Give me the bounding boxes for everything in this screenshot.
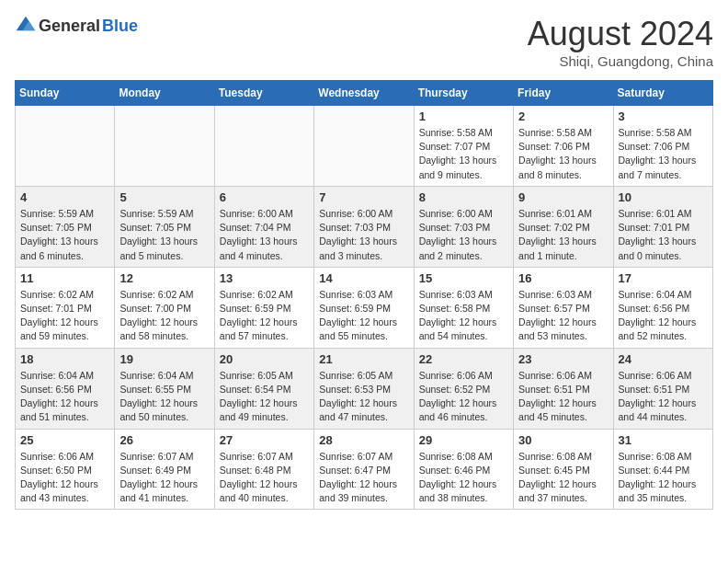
day-number: 28 <box>319 433 408 447</box>
calendar-day-cell: 5Sunrise: 5:59 AMSunset: 7:05 PMDaylight… <box>115 186 214 267</box>
day-number: 11 <box>20 271 109 285</box>
calendar-day-cell: 26Sunrise: 6:07 AMSunset: 6:49 PMDayligh… <box>115 429 214 510</box>
day-number: 19 <box>119 352 209 366</box>
day-info: Sunrise: 6:08 AMSunset: 6:45 PMDaylight:… <box>518 450 608 506</box>
day-info: Sunrise: 6:06 AMSunset: 6:51 PMDaylight:… <box>518 369 608 425</box>
day-info: Sunrise: 5:58 AMSunset: 7:06 PMDaylight:… <box>518 126 608 182</box>
day-number: 31 <box>619 433 708 447</box>
weekday-header-wednesday: Wednesday <box>314 81 414 106</box>
calendar-day-cell: 2Sunrise: 5:58 AMSunset: 7:06 PMDaylight… <box>514 106 613 187</box>
day-info: Sunrise: 6:08 AMSunset: 6:46 PMDaylight:… <box>419 450 508 506</box>
weekday-header-monday: Monday <box>115 81 214 106</box>
weekday-header-sunday: Sunday <box>16 81 115 106</box>
calendar-day-cell <box>115 106 214 187</box>
calendar-week-row: 25Sunrise: 6:06 AMSunset: 6:50 PMDayligh… <box>16 429 713 510</box>
day-number: 7 <box>319 190 408 204</box>
day-info: Sunrise: 6:06 AMSunset: 6:52 PMDaylight:… <box>419 369 508 425</box>
day-info: Sunrise: 6:04 AMSunset: 6:55 PMDaylight:… <box>119 369 209 425</box>
day-number: 14 <box>319 271 408 285</box>
calendar-day-cell: 21Sunrise: 6:05 AMSunset: 6:53 PMDayligh… <box>314 348 414 429</box>
day-number: 29 <box>419 433 508 447</box>
day-info: Sunrise: 6:02 AMSunset: 6:59 PMDaylight:… <box>220 288 309 344</box>
day-number: 30 <box>518 433 608 447</box>
day-number: 9 <box>518 190 608 204</box>
day-info: Sunrise: 5:58 AMSunset: 7:07 PMDaylight:… <box>419 126 508 182</box>
logo: GeneralBlue <box>15 15 138 37</box>
calendar-day-cell <box>16 106 115 187</box>
day-info: Sunrise: 5:59 AMSunset: 7:05 PMDaylight:… <box>20 207 109 263</box>
title-block: August 2024 Shiqi, Guangdong, China <box>528 15 713 69</box>
day-number: 13 <box>220 271 309 285</box>
day-info: Sunrise: 6:08 AMSunset: 6:44 PMDaylight:… <box>619 450 708 506</box>
page-header: GeneralBlue August 2024 Shiqi, Guangdong… <box>15 15 713 69</box>
day-number: 26 <box>119 433 209 447</box>
day-number: 24 <box>619 352 708 366</box>
day-info: Sunrise: 6:01 AMSunset: 7:02 PMDaylight:… <box>518 207 608 263</box>
calendar-day-cell: 13Sunrise: 6:02 AMSunset: 6:59 PMDayligh… <box>214 267 313 348</box>
calendar-day-cell: 1Sunrise: 5:58 AMSunset: 7:07 PMDaylight… <box>414 106 513 187</box>
day-info: Sunrise: 6:04 AMSunset: 6:56 PMDaylight:… <box>20 369 109 425</box>
day-number: 27 <box>220 433 309 447</box>
day-info: Sunrise: 6:05 AMSunset: 6:53 PMDaylight:… <box>319 369 408 425</box>
weekday-header-saturday: Saturday <box>613 81 712 106</box>
logo-blue-text: Blue <box>102 17 138 36</box>
day-number: 8 <box>419 190 508 204</box>
calendar-day-cell: 12Sunrise: 6:02 AMSunset: 7:00 PMDayligh… <box>115 267 214 348</box>
day-info: Sunrise: 6:05 AMSunset: 6:54 PMDaylight:… <box>220 369 309 425</box>
day-info: Sunrise: 6:00 AMSunset: 7:03 PMDaylight:… <box>319 207 408 263</box>
day-number: 2 <box>518 109 608 123</box>
calendar-day-cell: 10Sunrise: 6:01 AMSunset: 7:01 PMDayligh… <box>613 186 712 267</box>
weekday-header-thursday: Thursday <box>414 81 513 106</box>
day-number: 6 <box>220 190 309 204</box>
day-info: Sunrise: 6:03 AMSunset: 6:58 PMDaylight:… <box>419 288 508 344</box>
calendar-day-cell: 20Sunrise: 6:05 AMSunset: 6:54 PMDayligh… <box>214 348 313 429</box>
day-info: Sunrise: 6:06 AMSunset: 6:51 PMDaylight:… <box>619 369 708 425</box>
calendar-day-cell <box>214 106 313 187</box>
calendar-day-cell: 9Sunrise: 6:01 AMSunset: 7:02 PMDaylight… <box>514 186 613 267</box>
month-year-title: August 2024 <box>528 15 713 53</box>
calendar-day-cell: 7Sunrise: 6:00 AMSunset: 7:03 PMDaylight… <box>314 186 414 267</box>
calendar-day-cell: 18Sunrise: 6:04 AMSunset: 6:56 PMDayligh… <box>16 348 115 429</box>
logo-general-text: General <box>39 17 100 36</box>
day-info: Sunrise: 5:59 AMSunset: 7:05 PMDaylight:… <box>119 207 209 263</box>
day-number: 10 <box>619 190 708 204</box>
day-number: 3 <box>619 109 708 123</box>
calendar-day-cell: 22Sunrise: 6:06 AMSunset: 6:52 PMDayligh… <box>414 348 513 429</box>
calendar-day-cell: 27Sunrise: 6:07 AMSunset: 6:48 PMDayligh… <box>214 429 313 510</box>
day-number: 4 <box>20 190 109 204</box>
day-number: 15 <box>419 271 508 285</box>
day-number: 16 <box>518 271 608 285</box>
calendar-day-cell: 11Sunrise: 6:02 AMSunset: 7:01 PMDayligh… <box>16 267 115 348</box>
day-info: Sunrise: 6:02 AMSunset: 7:01 PMDaylight:… <box>20 288 109 344</box>
weekday-header-tuesday: Tuesday <box>214 81 313 106</box>
calendar-day-cell: 23Sunrise: 6:06 AMSunset: 6:51 PMDayligh… <box>514 348 613 429</box>
day-info: Sunrise: 5:58 AMSunset: 7:06 PMDaylight:… <box>619 126 708 182</box>
day-number: 5 <box>119 190 209 204</box>
day-number: 12 <box>119 271 209 285</box>
calendar-day-cell: 8Sunrise: 6:00 AMSunset: 7:03 PMDaylight… <box>414 186 513 267</box>
calendar-day-cell: 4Sunrise: 5:59 AMSunset: 7:05 PMDaylight… <box>16 186 115 267</box>
location-subtitle: Shiqi, Guangdong, China <box>528 53 713 69</box>
calendar-day-cell: 16Sunrise: 6:03 AMSunset: 6:57 PMDayligh… <box>514 267 613 348</box>
day-info: Sunrise: 6:06 AMSunset: 6:50 PMDaylight:… <box>20 450 109 506</box>
calendar-week-row: 1Sunrise: 5:58 AMSunset: 7:07 PMDaylight… <box>16 106 713 187</box>
day-info: Sunrise: 6:03 AMSunset: 6:57 PMDaylight:… <box>518 288 608 344</box>
calendar-day-cell: 28Sunrise: 6:07 AMSunset: 6:47 PMDayligh… <box>314 429 414 510</box>
day-number: 18 <box>20 352 109 366</box>
weekday-header-row: SundayMondayTuesdayWednesdayThursdayFrid… <box>16 81 713 106</box>
day-info: Sunrise: 6:07 AMSunset: 6:48 PMDaylight:… <box>220 450 309 506</box>
calendar-week-row: 4Sunrise: 5:59 AMSunset: 7:05 PMDaylight… <box>16 186 713 267</box>
calendar-week-row: 11Sunrise: 6:02 AMSunset: 7:01 PMDayligh… <box>16 267 713 348</box>
day-number: 1 <box>419 109 508 123</box>
calendar-day-cell: 29Sunrise: 6:08 AMSunset: 6:46 PMDayligh… <box>414 429 513 510</box>
calendar-day-cell: 19Sunrise: 6:04 AMSunset: 6:55 PMDayligh… <box>115 348 214 429</box>
calendar-day-cell <box>314 106 414 187</box>
day-number: 21 <box>319 352 408 366</box>
day-info: Sunrise: 6:04 AMSunset: 6:56 PMDaylight:… <box>619 288 708 344</box>
weekday-header-friday: Friday <box>514 81 613 106</box>
day-info: Sunrise: 6:00 AMSunset: 7:04 PMDaylight:… <box>220 207 309 263</box>
calendar-day-cell: 30Sunrise: 6:08 AMSunset: 6:45 PMDayligh… <box>514 429 613 510</box>
day-number: 20 <box>220 352 309 366</box>
day-info: Sunrise: 6:01 AMSunset: 7:01 PMDaylight:… <box>619 207 708 263</box>
day-number: 17 <box>619 271 708 285</box>
